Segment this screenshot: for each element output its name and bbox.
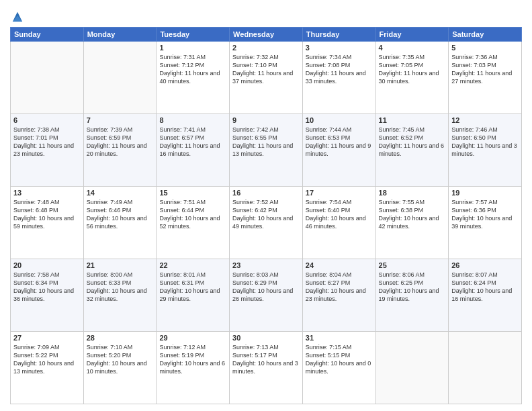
- calendar-cell: 9Sunrise: 7:42 AM Sunset: 6:55 PM Daylig…: [230, 114, 303, 187]
- day-number: 4: [379, 44, 446, 52]
- day-info: Sunrise: 7:44 AM Sunset: 6:53 PM Dayligh…: [306, 126, 373, 158]
- calendar-week-3: 13Sunrise: 7:48 AM Sunset: 6:48 PM Dayli…: [11, 187, 522, 259]
- day-number: 27: [13, 334, 81, 342]
- day-number: 11: [379, 116, 446, 124]
- day-info: Sunrise: 7:46 AM Sunset: 6:50 PM Dayligh…: [451, 126, 519, 158]
- day-info: Sunrise: 8:06 AM Sunset: 6:25 PM Dayligh…: [379, 271, 446, 304]
- calendar-cell: [11, 42, 84, 114]
- day-number: 31: [306, 334, 373, 342]
- day-number: 25: [379, 261, 446, 269]
- calendar-header-thursday: Thursday: [302, 28, 375, 42]
- calendar-table: SundayMondayTuesdayWednesdayThursdayFrid…: [10, 27, 522, 404]
- calendar-cell: 15Sunrise: 7:51 AM Sunset: 6:44 PM Dayli…: [157, 187, 230, 259]
- day-info: Sunrise: 7:58 AM Sunset: 6:34 PM Dayligh…: [13, 271, 81, 304]
- day-number: 6: [13, 116, 81, 124]
- calendar-cell: 11Sunrise: 7:45 AM Sunset: 6:52 PM Dayli…: [375, 114, 449, 187]
- day-number: 28: [87, 334, 154, 342]
- day-number: 14: [87, 189, 154, 197]
- calendar-cell: 12Sunrise: 7:46 AM Sunset: 6:50 PM Dayli…: [449, 114, 522, 187]
- day-info: Sunrise: 7:36 AM Sunset: 7:03 PM Dayligh…: [451, 53, 519, 86]
- day-info: Sunrise: 7:32 AM Sunset: 7:10 PM Dayligh…: [232, 53, 300, 86]
- day-number: 18: [379, 189, 446, 197]
- day-info: Sunrise: 7:38 AM Sunset: 7:01 PM Dayligh…: [13, 126, 81, 158]
- day-info: Sunrise: 7:34 AM Sunset: 7:08 PM Dayligh…: [306, 53, 373, 86]
- calendar-week-1: 1Sunrise: 7:31 AM Sunset: 7:12 PM Daylig…: [11, 42, 522, 114]
- calendar-cell: [83, 42, 157, 114]
- day-info: Sunrise: 8:04 AM Sunset: 6:27 PM Dayligh…: [306, 271, 373, 304]
- calendar-header-sunday: Sunday: [11, 28, 84, 42]
- calendar-cell: 18Sunrise: 7:55 AM Sunset: 6:38 PM Dayli…: [375, 187, 449, 259]
- calendar-header-friday: Friday: [375, 28, 449, 42]
- logo-icon: [11, 11, 24, 23]
- calendar-cell: 22Sunrise: 8:01 AM Sunset: 6:31 PM Dayli…: [157, 259, 230, 332]
- day-number: 8: [159, 116, 226, 124]
- day-info: Sunrise: 7:31 AM Sunset: 7:12 PM Dayligh…: [159, 53, 226, 86]
- svg-marker-1: [13, 15, 22, 21]
- day-info: Sunrise: 7:54 AM Sunset: 6:40 PM Dayligh…: [306, 198, 373, 231]
- calendar-cell: 29Sunrise: 7:12 AM Sunset: 5:19 PM Dayli…: [157, 332, 230, 404]
- calendar-cell: 1Sunrise: 7:31 AM Sunset: 7:12 PM Daylig…: [157, 42, 230, 114]
- day-info: Sunrise: 7:52 AM Sunset: 6:42 PM Dayligh…: [232, 198, 300, 231]
- calendar-cell: 26Sunrise: 8:07 AM Sunset: 6:24 PM Dayli…: [449, 259, 522, 332]
- calendar-week-4: 20Sunrise: 7:58 AM Sunset: 6:34 PM Dayli…: [11, 259, 522, 332]
- day-number: 9: [232, 116, 300, 124]
- calendar-header-tuesday: Tuesday: [157, 28, 230, 42]
- day-info: Sunrise: 7:48 AM Sunset: 6:48 PM Dayligh…: [13, 198, 81, 231]
- calendar-cell: 8Sunrise: 7:41 AM Sunset: 6:57 PM Daylig…: [157, 114, 230, 187]
- day-info: Sunrise: 8:00 AM Sunset: 6:33 PM Dayligh…: [87, 271, 154, 304]
- day-number: 24: [306, 261, 373, 269]
- day-info: Sunrise: 7:49 AM Sunset: 6:46 PM Dayligh…: [87, 198, 154, 231]
- day-number: 20: [13, 261, 81, 269]
- calendar-cell: 2Sunrise: 7:32 AM Sunset: 7:10 PM Daylig…: [230, 42, 303, 114]
- day-number: 29: [159, 334, 226, 342]
- day-number: 22: [159, 261, 226, 269]
- day-info: Sunrise: 8:03 AM Sunset: 6:29 PM Dayligh…: [232, 271, 300, 304]
- calendar-header-row: SundayMondayTuesdayWednesdayThursdayFrid…: [11, 28, 522, 42]
- calendar-week-2: 6Sunrise: 7:38 AM Sunset: 7:01 PM Daylig…: [11, 114, 522, 187]
- day-info: Sunrise: 7:51 AM Sunset: 6:44 PM Dayligh…: [159, 198, 226, 231]
- day-info: Sunrise: 7:10 AM Sunset: 5:20 PM Dayligh…: [87, 343, 154, 376]
- calendar-cell: 23Sunrise: 8:03 AM Sunset: 6:29 PM Dayli…: [230, 259, 303, 332]
- calendar-cell: 27Sunrise: 7:09 AM Sunset: 5:22 PM Dayli…: [11, 332, 84, 404]
- day-number: 23: [232, 261, 300, 269]
- day-number: 17: [306, 189, 373, 197]
- calendar-cell: 25Sunrise: 8:06 AM Sunset: 6:25 PM Dayli…: [375, 259, 449, 332]
- calendar-cell: 19Sunrise: 7:57 AM Sunset: 6:36 PM Dayli…: [449, 187, 522, 259]
- day-number: 26: [451, 261, 519, 269]
- day-number: 12: [451, 116, 519, 124]
- day-info: Sunrise: 7:45 AM Sunset: 6:52 PM Dayligh…: [379, 126, 446, 158]
- calendar-cell: 14Sunrise: 7:49 AM Sunset: 6:46 PM Dayli…: [83, 187, 157, 259]
- day-number: 10: [306, 116, 373, 124]
- day-number: 5: [451, 44, 519, 52]
- calendar-cell: 5Sunrise: 7:36 AM Sunset: 7:03 PM Daylig…: [449, 42, 522, 114]
- calendar-header-monday: Monday: [83, 28, 157, 42]
- calendar-cell: 3Sunrise: 7:34 AM Sunset: 7:08 PM Daylig…: [302, 42, 375, 114]
- calendar-cell: 13Sunrise: 7:48 AM Sunset: 6:48 PM Dayli…: [11, 187, 84, 259]
- calendar-cell: [449, 332, 522, 404]
- day-info: Sunrise: 8:07 AM Sunset: 6:24 PM Dayligh…: [451, 271, 519, 304]
- day-info: Sunrise: 7:12 AM Sunset: 5:19 PM Dayligh…: [159, 343, 226, 376]
- calendar-cell: 21Sunrise: 8:00 AM Sunset: 6:33 PM Dayli…: [83, 259, 157, 332]
- day-info: Sunrise: 7:39 AM Sunset: 6:59 PM Dayligh…: [87, 126, 154, 158]
- calendar-cell: 7Sunrise: 7:39 AM Sunset: 6:59 PM Daylig…: [83, 114, 157, 187]
- day-info: Sunrise: 7:55 AM Sunset: 6:38 PM Dayligh…: [379, 198, 446, 231]
- page: SundayMondayTuesdayWednesdayThursdayFrid…: [0, 0, 532, 411]
- calendar-header-wednesday: Wednesday: [230, 28, 303, 42]
- calendar-cell: 10Sunrise: 7:44 AM Sunset: 6:53 PM Dayli…: [302, 114, 375, 187]
- calendar-cell: 30Sunrise: 7:13 AM Sunset: 5:17 PM Dayli…: [230, 332, 303, 404]
- calendar-cell: 31Sunrise: 7:15 AM Sunset: 5:15 PM Dayli…: [302, 332, 375, 404]
- day-info: Sunrise: 7:09 AM Sunset: 5:22 PM Dayligh…: [13, 343, 81, 376]
- day-info: Sunrise: 7:13 AM Sunset: 5:17 PM Dayligh…: [232, 343, 300, 376]
- logo: [10, 9, 24, 23]
- day-number: 15: [159, 189, 226, 197]
- calendar-cell: 20Sunrise: 7:58 AM Sunset: 6:34 PM Dayli…: [11, 259, 84, 332]
- day-info: Sunrise: 7:41 AM Sunset: 6:57 PM Dayligh…: [159, 126, 226, 158]
- day-number: 3: [306, 44, 373, 52]
- day-number: 7: [87, 116, 154, 124]
- day-info: Sunrise: 7:35 AM Sunset: 7:05 PM Dayligh…: [379, 53, 446, 86]
- calendar-cell: [375, 332, 449, 404]
- calendar-cell: 24Sunrise: 8:04 AM Sunset: 6:27 PM Dayli…: [302, 259, 375, 332]
- calendar-cell: 28Sunrise: 7:10 AM Sunset: 5:20 PM Dayli…: [83, 332, 157, 404]
- day-number: 1: [159, 44, 226, 52]
- day-number: 21: [87, 261, 154, 269]
